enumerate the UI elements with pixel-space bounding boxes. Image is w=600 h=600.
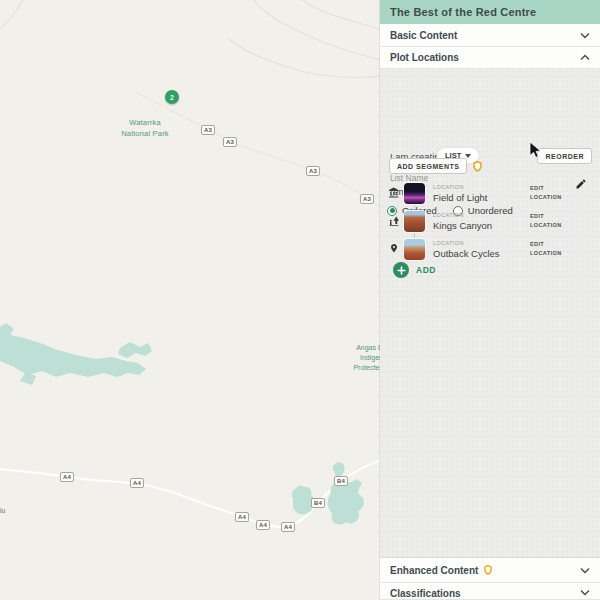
panel-title-text: The Best of the Red Centre — [390, 6, 536, 18]
section-basic-content[interactable]: Basic Content — [380, 24, 600, 47]
section-label: Enhanced Content — [390, 565, 478, 576]
road-badge: B4 — [311, 498, 325, 508]
chevron-down-icon — [580, 32, 590, 39]
premium-shield-icon — [483, 564, 493, 576]
location-thumbnail — [404, 239, 425, 260]
location-kind-label: LOCATION — [433, 240, 500, 246]
premium-shield-icon — [472, 160, 483, 173]
section-enhanced-content[interactable]: Enhanced Content — [380, 557, 600, 583]
road-badge: A4 — [235, 512, 249, 522]
museum-icon — [387, 187, 400, 199]
location-kind-label: LOCATION — [433, 184, 487, 190]
road-badge: A4 — [256, 520, 270, 530]
map-terrain — [0, 0, 380, 600]
road-badge: A4 — [60, 472, 74, 482]
map[interactable]: Watarrka National Park Angas D Indigen P… — [0, 0, 380, 600]
location-list: LOCATION Field of Light EDIT LOCATION LO… — [380, 179, 600, 263]
sidebar: The Best of the Red Centre Basic Content… — [380, 0, 600, 600]
chevron-down-icon — [580, 567, 590, 574]
map-label-clipped: lu — [0, 507, 5, 514]
location-name: Outback Cycles — [433, 248, 500, 259]
edit-location-button[interactable]: EDIT LOCATION — [530, 240, 562, 259]
chevron-up-icon — [580, 54, 590, 61]
nature-people-icon — [387, 215, 400, 227]
section-label: Classifications — [390, 588, 461, 599]
add-segments-button[interactable]: ADD SEGMENTS — [389, 158, 467, 174]
app: Watarrka National Park Angas D Indigen P… — [0, 0, 600, 600]
map-cluster-marker[interactable]: 2 — [165, 90, 179, 104]
panel-title: The Best of the Red Centre — [380, 0, 600, 24]
section-plot-locations[interactable]: Plot Locations — [380, 47, 600, 69]
location-kind-label: LOCATION — [433, 212, 492, 218]
section-label: Basic Content — [390, 30, 457, 41]
location-name: Field of Light — [433, 192, 487, 203]
section-classifications[interactable]: Classifications — [380, 583, 600, 600]
road-badge: A3 — [306, 166, 320, 176]
map-label-protected-area: Angas D Indigen Protectec — [330, 343, 380, 373]
location-thumbnail — [404, 183, 425, 204]
place-pin-icon — [387, 243, 400, 255]
location-row[interactable]: LOCATION Field of Light EDIT LOCATION — [380, 179, 600, 207]
road-badge: A3 — [360, 194, 374, 204]
add-label: ADD — [416, 265, 436, 275]
location-thumbnail — [404, 211, 425, 232]
edit-location-button[interactable]: EDIT LOCATION — [530, 184, 562, 203]
road-badge: A3 — [223, 137, 237, 147]
road-badge: A4 — [130, 478, 144, 488]
reorder-button[interactable]: REORDER — [537, 148, 592, 164]
road-badge: A4 — [281, 522, 295, 532]
road-badge: A3 — [201, 125, 215, 135]
edit-location-button[interactable]: EDIT LOCATION — [530, 212, 562, 231]
section-label: Plot Locations — [390, 52, 459, 63]
plus-icon — [393, 262, 409, 278]
caret-down-icon — [465, 154, 471, 158]
chevron-down-icon — [580, 589, 590, 596]
location-row[interactable]: LOCATION Outback Cycles EDIT LOCATION — [380, 235, 600, 263]
map-label-watarrka-national-park: Watarrka National Park — [104, 117, 186, 140]
road-badge: B4 — [334, 476, 348, 486]
plot-locations-panel: I am creating LIST REORDER List Name (em… — [380, 69, 600, 557]
location-row[interactable]: LOCATION Kings Canyon EDIT LOCATION — [380, 207, 600, 235]
location-name: Kings Canyon — [433, 220, 492, 231]
add-location-button[interactable]: ADD — [393, 262, 436, 278]
